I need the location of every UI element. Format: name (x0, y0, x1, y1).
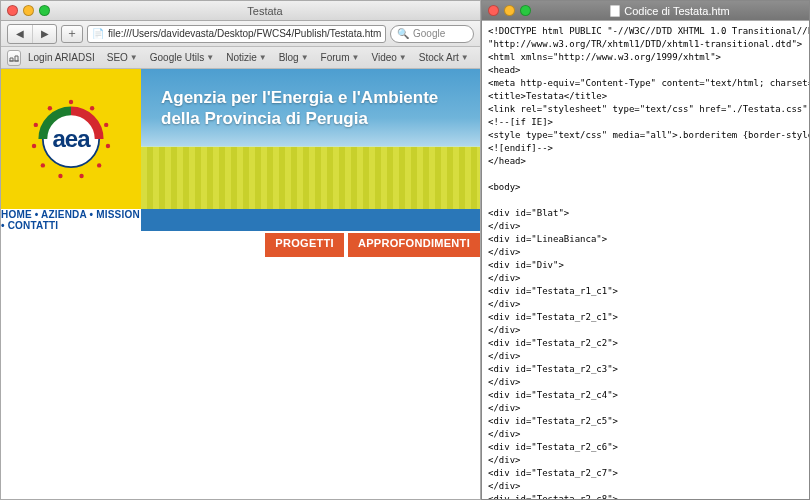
editor-window-title: Codice di Testata.htm (537, 5, 803, 17)
primary-nav[interactable]: HOME • AZIENDA • MISSION • CONTATTI (1, 209, 141, 231)
bookmark-item[interactable]: Forum▼ (316, 52, 365, 63)
chevron-down-icon: ▼ (399, 53, 407, 62)
safari-window: Testata ◀ ▶ ＋ 📄 file:///Users/davidevast… (0, 0, 481, 500)
hero-field (141, 147, 480, 209)
svg-point-2 (90, 106, 94, 110)
chevron-down-icon: ▼ (206, 53, 214, 62)
editor-window: Codice di Testata.htm <!DOCTYPE html PUB… (481, 0, 810, 500)
svg-point-10 (34, 123, 38, 127)
bookmark-item[interactable]: Stock Art▼ (414, 52, 474, 63)
page-tabs: PROGETTI APPROFONDIMENTI (141, 233, 480, 257)
svg-point-11 (48, 106, 52, 110)
add-bookmark-button[interactable]: ＋ (61, 25, 83, 43)
safari-toolbar: ◀ ▶ ＋ 📄 file:///Users/davidevasta/Deskto… (1, 21, 480, 47)
minimize-window-button[interactable] (504, 5, 515, 16)
logo-text: aea (52, 125, 89, 153)
chevron-down-icon: ▼ (259, 53, 267, 62)
svg-point-1 (69, 100, 73, 104)
svg-point-4 (106, 144, 110, 148)
window-controls (488, 5, 531, 16)
safari-window-title: Testata (56, 5, 474, 17)
address-bar[interactable]: 📄 file:///Users/davidevasta/Desktop/FWCS… (87, 25, 386, 43)
site-logo[interactable]: aea (1, 69, 141, 209)
zoom-window-button[interactable] (520, 5, 531, 16)
hero-headline: Agenzia per l'Energia e l'Ambiente della… (161, 87, 438, 130)
search-placeholder: Google (413, 28, 445, 39)
nav-buttons: ◀ ▶ (7, 24, 57, 44)
safari-titlebar: Testata (1, 1, 480, 21)
reload-button[interactable]: ⟳ (385, 27, 386, 41)
svg-point-6 (79, 174, 83, 178)
address-text: file:///Users/davidevasta/Desktop/FWCS4/… (108, 28, 381, 39)
svg-point-8 (41, 163, 45, 167)
svg-point-5 (97, 163, 101, 167)
bookmarks-bar: Login ARIADSI SEO▼ Google Utils▼ Notizie… (1, 47, 480, 69)
tab-progetti[interactable]: PROGETTI (265, 233, 344, 257)
close-window-button[interactable] (488, 5, 499, 16)
svg-point-7 (58, 174, 62, 178)
source-code-view[interactable]: <!DOCTYPE html PUBLIC "-//W3C//DTD XHTML… (482, 21, 809, 499)
forward-button[interactable]: ▶ (32, 25, 56, 43)
zoom-window-button[interactable] (39, 5, 50, 16)
bookmark-item[interactable]: SEO▼ (102, 52, 143, 63)
close-window-button[interactable] (7, 5, 18, 16)
bookmark-item[interactable]: Login ARIADSI (23, 52, 100, 63)
editor-titlebar: Codice di Testata.htm (482, 1, 809, 21)
logo-graphic: aea (27, 95, 115, 183)
hero-banner: aea Agenzia per l'Energia e l'Ambiente d… (1, 69, 480, 209)
minimize-window-button[interactable] (23, 5, 34, 16)
tab-approfondimenti[interactable]: APPROFONDIMENTI (348, 233, 480, 257)
chevron-down-icon: ▼ (301, 53, 309, 62)
show-bookmarks-button[interactable] (7, 50, 21, 66)
bookmark-item[interactable]: Utilità▼ (476, 52, 480, 63)
back-button[interactable]: ◀ (8, 25, 32, 43)
page-content: aea Agenzia per l'Energia e l'Ambiente d… (1, 69, 480, 499)
svg-point-3 (104, 123, 108, 127)
chevron-down-icon: ▼ (352, 53, 360, 62)
search-icon: 🔍 (397, 28, 409, 39)
bookmark-item[interactable]: Notizie▼ (221, 52, 272, 63)
window-controls (7, 5, 50, 16)
document-icon (610, 5, 620, 17)
hero-bluebar: HOME • AZIENDA • MISSION • CONTATTI (1, 209, 480, 231)
search-field[interactable]: 🔍 Google (390, 25, 474, 43)
chevron-down-icon: ▼ (130, 53, 138, 62)
page-icon: 📄 (92, 28, 104, 39)
svg-point-9 (32, 144, 36, 148)
bookmark-item[interactable]: Google Utils▼ (145, 52, 219, 63)
bookmark-item[interactable]: Blog▼ (274, 52, 314, 63)
chevron-down-icon: ▼ (461, 53, 469, 62)
bookmark-item[interactable]: Video▼ (366, 52, 411, 63)
